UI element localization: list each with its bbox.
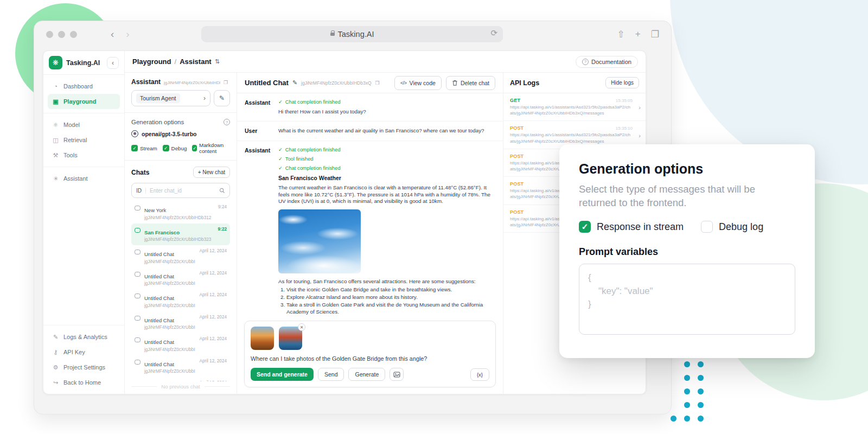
chat-list-item[interactable]: Untitled Chat jgJiNrMF4NpfzZ0cXrUbbIHDb3… (131, 289, 230, 311)
chat-id: jgJiNrMF4NpfzZ0cXrUbbIHDb323 (144, 237, 214, 242)
check-icon: ✓ (278, 156, 283, 163)
new-chat-button[interactable]: + New chat (193, 167, 230, 178)
checkbox-icon (163, 145, 169, 151)
sidebar-item-label: Playground (63, 98, 97, 105)
assistant-id: jgJiNrMF4NpfzZ0cXrUbbIHDb3xQ (164, 80, 220, 85)
sidebar-item[interactable]: ⚒ Tools (48, 148, 120, 163)
message: Assistant ✓Chat completion finished ✓Too… (237, 141, 503, 315)
switch-icon[interactable]: ⇅ (215, 58, 220, 65)
chat-bubble-icon (135, 228, 141, 233)
debug-log-checkbox[interactable]: Debug log (701, 221, 763, 233)
browser-chrome: ‹ › Tasking.AI ⟳ ⇧ + ❐ (34, 21, 671, 47)
check-icon: ✓ (278, 165, 283, 172)
sidebar-collapse-button[interactable]: ‹ (107, 57, 119, 69)
chat-list-item[interactable]: Untitled Chat jgJiNrMF4NpfzZ0cXrUbbIHDb3… (131, 355, 230, 378)
search-icon[interactable] (219, 188, 225, 194)
address-bar[interactable]: Tasking.AI ⟳ (201, 26, 503, 42)
tabs-icon[interactable]: ❐ (651, 29, 659, 40)
checkbox-icon (192, 145, 197, 151)
chat-id: jgJiNrMF4NpfzZ0cXrUbbIHDb334 (144, 281, 195, 286)
chat-list-item[interactable]: San Francisco jgJiNrMF4NpfzZ0cXrUbbIHDb3… (131, 224, 230, 246)
assistant-select[interactable]: Tourism Agent › (131, 90, 210, 106)
breadcrumb-playground: Playground (132, 58, 171, 66)
chevron-right-icon[interactable]: › (639, 104, 641, 111)
copy-icon[interactable]: ❐ (375, 80, 380, 86)
browser-back-icon[interactable]: ‹ (111, 28, 114, 40)
chat-input-area: ✕ Where can I take photos of the Golden … (244, 321, 496, 387)
log-url: https://api.tasking.ai/v1/assistants/Asd… (510, 104, 633, 116)
chat-list-item[interactable]: Untitled Chat jgJiNrMF4NpfzZ0cXrUbbIHDb3… (131, 267, 230, 290)
option-label: Markdown content (199, 142, 230, 154)
sidebar-item[interactable]: ⚛ Model (48, 117, 120, 132)
model-name: openai/gpt-3.5-turbo (142, 131, 197, 137)
chat-panel: Untitled Chat ✎ jgJiNrMF4NpfzZ0cXrUbbIHD… (237, 73, 503, 394)
option-checkbox[interactable]: Markdown content (192, 142, 230, 154)
send-and-generate-button[interactable]: Send and generate (251, 368, 314, 381)
back-to-home-icon: ↪ (52, 379, 59, 386)
sidebar-item[interactable]: ↪ Back to Home (48, 375, 120, 390)
sidebar-item[interactable]: ▣ Playground (48, 94, 120, 109)
sidebar-item[interactable]: ◔ Dashboard (48, 79, 120, 94)
sidebar-item[interactable]: ✳ Assistant (48, 171, 120, 186)
prompt-variables-title: Prompt variables (579, 246, 795, 258)
status-line: ✓Tool finished (278, 156, 495, 163)
modal-title: Generation options (579, 161, 795, 177)
api-key-icon: ⚷ (52, 349, 59, 356)
option-checkbox[interactable]: Stream (131, 142, 157, 154)
attachment-thumbnail[interactable] (251, 327, 274, 350)
sidebar-item[interactable]: ⚙ Project Settings (48, 360, 120, 375)
openai-icon: ❋ (131, 130, 138, 137)
draft-message-text[interactable]: Where can I take photos of the Golden Ga… (251, 355, 489, 362)
hide-logs-button[interactable]: Hide logs (605, 77, 639, 88)
prompt-variables-input[interactable]: { "key": "value" } (579, 264, 795, 335)
checkbox-unchecked-icon (701, 221, 713, 233)
api-log-row[interactable]: GET 15:35:05 https://api.tasking.ai/v1/a… (503, 93, 646, 121)
reload-icon[interactable]: ⟳ (490, 28, 497, 38)
no-previous-chat-label: No previous chat (131, 381, 230, 391)
chat-list-item[interactable]: Untitled Chat jgJiNrMF4NpfzZ0cXrUbbIHDb3… (131, 377, 230, 381)
generation-options-label: Generation options (131, 119, 184, 125)
message-text: What is the current weather and air qual… (278, 127, 495, 135)
chat-name: Untitled Chat (144, 339, 174, 345)
sidebar-item-label: Project Settings (63, 364, 105, 371)
help-icon[interactable]: ? (224, 119, 230, 125)
attachment-thumbnail[interactable]: ✕ (279, 327, 302, 350)
variables-button[interactable]: {x} (470, 368, 489, 381)
edit-assistant-button[interactable]: ✎ (214, 90, 230, 106)
chat-date: 9:24 (218, 205, 227, 209)
chevron-right-icon[interactable]: › (639, 132, 641, 139)
new-tab-icon[interactable]: + (635, 29, 641, 40)
chat-list-item[interactable]: Untitled Chat jgJiNrMF4NpfzZ0cXrUbbIHDb3… (131, 245, 230, 267)
generate-button[interactable]: Generate (348, 368, 385, 381)
sidebar-item[interactable]: ⚷ API Key (48, 344, 120, 360)
chat-id: jgJiNrMF4NpfzZ0cXrUbbIHDb3xQ (144, 303, 195, 308)
http-method: POST (510, 125, 524, 131)
app-window: ❋ Tasking.AI ‹ ◔ Dashboard ▣ Playground … (43, 50, 646, 394)
chat-date: 9:22 (218, 227, 227, 232)
share-icon[interactable]: ⇧ (617, 29, 625, 40)
chat-search-input[interactable] (150, 188, 215, 194)
chat-list-item[interactable]: New York jgJiNrMF4NpfzZ0cXrUbbIHDb312 9:… (131, 201, 230, 224)
copy-icon[interactable]: ❐ (224, 80, 228, 85)
chat-id: jgJiNrMF4NpfzZ0cXrUbbIHDb334 (144, 259, 195, 264)
option-checkbox[interactable]: Debug (163, 142, 187, 154)
remove-attachment-icon[interactable]: ✕ (298, 323, 305, 331)
edit-title-icon[interactable]: ✎ (292, 79, 297, 86)
chat-list-item[interactable]: Untitled Chat jgJiNrMF4NpfzZ0cXrUbbIHDb3… (131, 311, 230, 334)
taskingai-logo: ❋ (49, 56, 62, 69)
chat-date: April 12, 2024 (199, 248, 227, 253)
response-in-stream-checkbox[interactable]: Response in stream (579, 221, 684, 233)
documentation-button[interactable]: ? Documentation (576, 56, 638, 68)
sidebar-item[interactable]: ◫ Retrieval (48, 132, 120, 148)
view-code-button[interactable]: </> View code (394, 76, 442, 90)
chat-bubble-icon (135, 316, 141, 321)
delete-chat-button[interactable]: Delete chat (446, 76, 495, 90)
chat-name: New York (144, 207, 166, 213)
status-line: ✓Chat completion finished (278, 147, 495, 154)
send-button[interactable]: Send (318, 368, 344, 381)
browser-forward-icon[interactable]: › (126, 28, 129, 40)
sidebar-item-label: Back to Home (63, 379, 101, 386)
sidebar-item[interactable]: ✎ Logs & Analytics (48, 329, 120, 344)
chat-list-item[interactable]: Untitled Chat jgJiNrMF4NpfzZ0cXrUbbIHDb3… (131, 333, 230, 355)
attach-image-button[interactable] (390, 368, 404, 381)
